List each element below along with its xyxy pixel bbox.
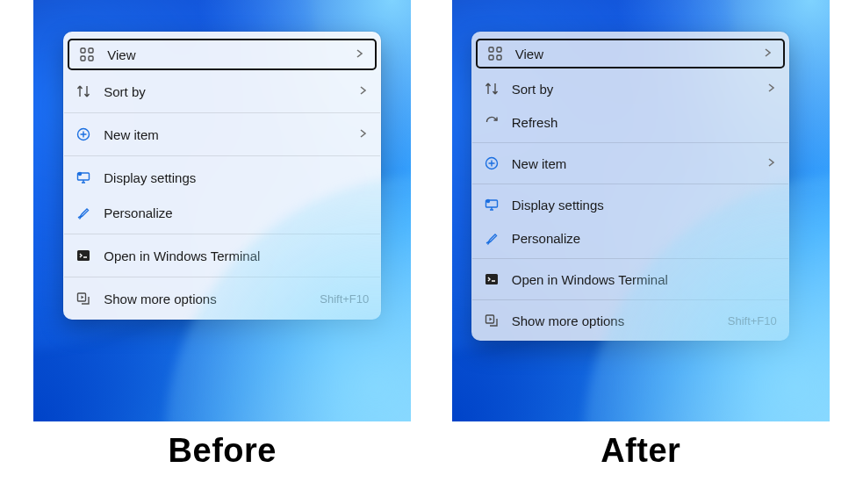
menu-item-label: Display settings bbox=[512, 198, 777, 212]
terminal-icon bbox=[76, 248, 91, 263]
brush-icon bbox=[76, 205, 91, 220]
menu-item-label: New item bbox=[512, 156, 752, 171]
menu-item-label: Show more options bbox=[512, 313, 716, 328]
menu-item-label: Personalize bbox=[512, 231, 777, 246]
menu-item-display-settings[interactable]: Display settings bbox=[63, 160, 381, 195]
menu-item-accelerator: Shift+F10 bbox=[728, 314, 777, 328]
menu-item-label: Personalize bbox=[104, 205, 369, 220]
terminal-icon bbox=[484, 271, 500, 287]
after-panel: ViewSort byRefreshNew itemDisplay settin… bbox=[452, 0, 831, 470]
menu-item-refresh[interactable]: Refresh bbox=[471, 105, 789, 139]
display-gear-icon bbox=[484, 197, 500, 212]
menu-item-personalize[interactable]: Personalize bbox=[471, 221, 789, 255]
menu-item-sort-by[interactable]: Sort by bbox=[471, 72, 789, 105]
grid-icon bbox=[487, 46, 503, 61]
plus-circle-icon bbox=[484, 155, 500, 171]
menu-item-label: Show more options bbox=[104, 292, 307, 306]
refresh-icon bbox=[484, 114, 500, 130]
menu-item-view[interactable]: View bbox=[67, 38, 378, 71]
menu-item-view[interactable]: View bbox=[475, 38, 786, 69]
display-gear-icon bbox=[76, 169, 91, 185]
menu-item-open-in-windows-terminal[interactable]: Open in Windows Terminal bbox=[471, 263, 789, 296]
menu-item-label: Open in Windows Terminal bbox=[104, 248, 369, 263]
grid-icon bbox=[79, 47, 95, 62]
sort-icon bbox=[484, 81, 500, 97]
menu-item-sort-by[interactable]: Sort by bbox=[63, 74, 381, 109]
after-caption: After bbox=[601, 432, 680, 470]
menu-item-show-more-options[interactable]: Show more optionsShift+F10 bbox=[63, 281, 381, 316]
menu-item-label: View bbox=[515, 47, 749, 61]
menu-item-display-settings[interactable]: Display settings bbox=[471, 188, 789, 221]
menu-item-label: Refresh bbox=[512, 115, 777, 130]
chevron-right-icon bbox=[765, 82, 777, 97]
menu-item-personalize[interactable]: Personalize bbox=[63, 195, 381, 230]
more-icon bbox=[484, 313, 500, 328]
menu-item-label: Sort by bbox=[104, 84, 344, 99]
plus-circle-icon bbox=[76, 126, 91, 142]
sort-icon bbox=[76, 83, 91, 99]
menu-item-new-item[interactable]: New item bbox=[63, 117, 381, 152]
menu-item-open-in-windows-terminal[interactable]: Open in Windows Terminal bbox=[63, 238, 381, 273]
more-icon bbox=[76, 291, 91, 306]
context-menu-after: ViewSort byRefreshNew itemDisplay settin… bbox=[471, 32, 789, 341]
context-menu-before: ViewSort byNew itemDisplay settingsPerso… bbox=[63, 32, 381, 320]
chevron-right-icon bbox=[356, 84, 369, 99]
chevron-right-icon bbox=[353, 47, 365, 62]
menu-item-accelerator: Shift+F10 bbox=[320, 292, 369, 306]
chevron-right-icon bbox=[765, 156, 777, 171]
desktop-wallpaper: ViewSort byNew itemDisplay settingsPerso… bbox=[33, 0, 411, 421]
before-caption: Before bbox=[169, 432, 277, 470]
menu-item-show-more-options[interactable]: Show more optionsShift+F10 bbox=[471, 304, 789, 337]
menu-item-label: Open in Windows Terminal bbox=[512, 272, 777, 287]
menu-item-label: New item bbox=[104, 127, 344, 142]
chevron-right-icon bbox=[356, 127, 369, 142]
desktop-wallpaper: ViewSort byRefreshNew itemDisplay settin… bbox=[452, 0, 830, 421]
chevron-right-icon bbox=[761, 47, 773, 61]
menu-item-label: View bbox=[107, 47, 341, 62]
menu-item-label: Sort by bbox=[512, 82, 752, 97]
brush-icon bbox=[484, 230, 500, 246]
menu-item-new-item[interactable]: New item bbox=[471, 147, 789, 180]
menu-item-label: Display settings bbox=[104, 170, 369, 185]
before-panel: ViewSort byNew itemDisplay settingsPerso… bbox=[33, 0, 412, 470]
